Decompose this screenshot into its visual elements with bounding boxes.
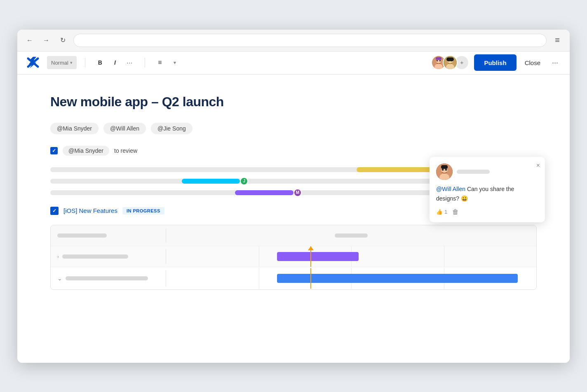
reload-button[interactable]: ↻ [57, 35, 68, 46]
app-logo [26, 55, 40, 70]
browser-window: ← → ↻ ≡ Normal ▾ B I ··· ≡ [17, 30, 570, 363]
gantt-row-2: › [51, 246, 536, 267]
gantt-header-chart [166, 225, 536, 246]
timeline-bar-purple [235, 190, 294, 195]
more-options-button[interactable]: ··· [549, 57, 561, 69]
feature-checkbox[interactable] [50, 207, 59, 215]
comment-actions: 👍 1 🗑 [436, 208, 538, 216]
mention-tags: @Mia Snyder @Will Allen @Jie Song [50, 123, 537, 134]
comment-avatar [436, 163, 453, 180]
mention-tag-mia[interactable]: @Mia Snyder [50, 123, 99, 134]
gantt-row-3-label: ⌄ [51, 270, 166, 287]
comment-popup: × @Will Allen Can you [430, 157, 545, 222]
expand-icon-row2[interactable]: › [57, 254, 59, 259]
svg-point-15 [442, 168, 444, 170]
comment-mention[interactable]: @Will Allen [436, 186, 465, 192]
toolbar-right: + Publish Close ··· [431, 54, 561, 71]
timeline-avatar-m: M [294, 189, 302, 197]
app-toolbar: Normal ▾ B I ··· ≡ ▾ [17, 51, 570, 75]
timeline-bar-cyan [182, 179, 240, 184]
gantt-row-2-label-bar [62, 254, 128, 259]
gantt-row-2-chart [166, 246, 536, 267]
delete-icon: 🗑 [452, 208, 459, 215]
page-title: New mobile app – Q2 launch [50, 94, 537, 110]
gantt-bar-blue [277, 274, 518, 283]
mention-tag-will[interactable]: @Will Allen [103, 123, 146, 134]
timeline-avatar-j: J [240, 177, 248, 185]
col-line-3 [444, 246, 444, 267]
back-button[interactable]: ← [24, 35, 35, 46]
toolbar-divider-1 [85, 58, 85, 68]
task-text: to review [114, 147, 137, 154]
gantt-header-label-bar [57, 233, 107, 238]
comment-like-button[interactable]: 👍 1 [436, 209, 447, 215]
avatar-user-j [443, 55, 458, 70]
avatar-stack: + [431, 55, 469, 70]
format-dropdown[interactable]: Normal ▾ [47, 56, 77, 69]
comment-body: @Will Allen Can you share the designs? 😀 [436, 185, 538, 203]
expand-icon-row3[interactable]: ⌄ [57, 275, 62, 282]
svg-point-2 [435, 64, 443, 70]
svg-rect-17 [441, 165, 448, 169]
publish-button[interactable]: Publish [474, 54, 516, 71]
gantt-header-label-cell [51, 229, 166, 243]
browser-menu-button[interactable]: ≡ [552, 35, 563, 46]
task-row: @Mia Snyder to review [50, 146, 537, 156]
col-line-4 [259, 268, 259, 289]
gantt-row-3-label-bar [66, 276, 148, 280]
timeline-marker-row3 [310, 268, 311, 289]
gantt-bar-purple [277, 252, 359, 261]
gantt-row-3: ⌄ [51, 267, 536, 289]
gantt-table: › ⌄ [50, 225, 537, 290]
browser-chrome: ← → ↻ ≡ [17, 30, 570, 51]
italic-button[interactable]: I [108, 56, 122, 69]
comment-close-button[interactable]: × [536, 162, 540, 169]
dropdown-arrow-icon: ▾ [70, 60, 73, 65]
svg-point-3 [437, 60, 438, 62]
bold-button[interactable]: B [94, 56, 107, 69]
like-icon: 👍 [436, 209, 443, 215]
timeline-marker [310, 246, 311, 267]
format-group: B I ··· [94, 56, 136, 69]
feature-badge: IN PROGRESS [122, 207, 164, 215]
gantt-header-right-bar [335, 233, 368, 238]
feature-label[interactable]: [iOS] New Features [63, 207, 117, 214]
main-content: New mobile app – Q2 launch @Mia Snyder @… [17, 75, 570, 363]
close-button[interactable]: Close [521, 56, 544, 70]
url-bar[interactable] [73, 34, 547, 47]
align-dropdown-button[interactable]: ▾ [168, 56, 181, 69]
svg-point-8 [446, 64, 455, 70]
toolbar-divider-2 [145, 58, 145, 68]
task-mention[interactable]: @Mia Snyder [63, 146, 109, 156]
comment-delete-button[interactable]: 🗑 [452, 208, 459, 216]
align-group: ≡ ▾ [153, 56, 181, 69]
svg-rect-5 [436, 57, 441, 60]
like-count: 1 [444, 209, 447, 215]
format-dropdown-label: Normal [51, 60, 68, 66]
timeline-marker-head [308, 246, 314, 250]
align-button[interactable]: ≡ [153, 56, 167, 69]
gantt-header-row [51, 225, 536, 246]
svg-point-16 [445, 168, 447, 170]
task-checkbox[interactable] [50, 147, 58, 154]
col-line-1 [259, 246, 259, 267]
svg-point-4 [439, 60, 441, 62]
comment-name-bar [457, 170, 490, 174]
comment-header [436, 163, 538, 180]
comment-emoji-char: 😀 [461, 195, 468, 202]
forward-button[interactable]: → [40, 35, 52, 46]
gantt-row-3-chart [166, 268, 536, 289]
more-format-button[interactable]: ··· [123, 56, 136, 69]
mention-tag-jie[interactable]: @Jie Song [151, 123, 193, 134]
gantt-row-2-label: › [51, 249, 166, 264]
svg-rect-11 [447, 58, 454, 61]
